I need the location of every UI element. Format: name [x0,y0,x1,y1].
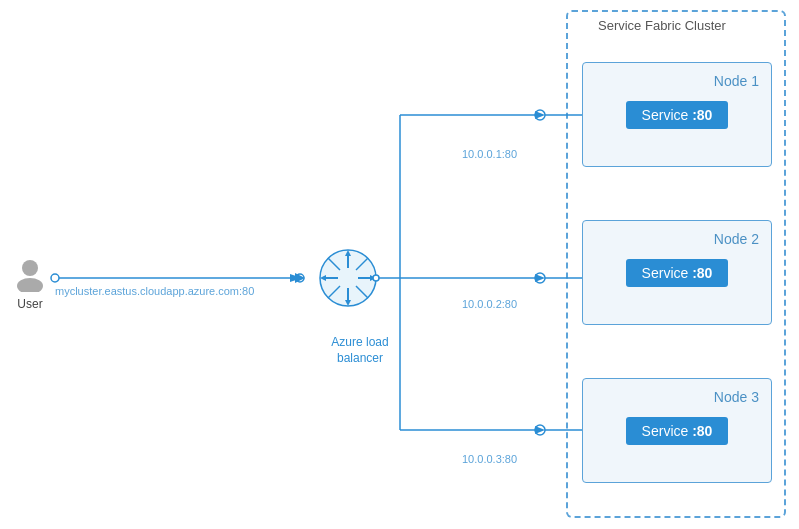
diagram: Service Fabric Cluster Node 1 Service :8… [0,0,799,529]
connections-svg [0,0,799,529]
svg-point-21 [373,275,379,281]
svg-point-3 [51,274,59,282]
